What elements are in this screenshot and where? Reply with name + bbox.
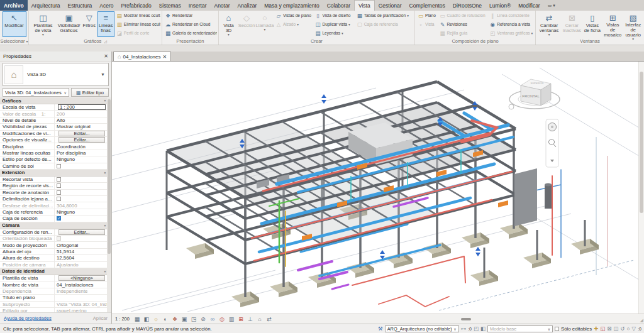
- dialog-launcher-icon[interactable]: ◿: [104, 39, 107, 43]
- worksharing-display-icon[interactable]: ⌂: [256, 316, 264, 322]
- scrollbar-thumb[interactable]: [640, 72, 643, 213]
- displacement-icon[interactable]: ⇄: [265, 316, 273, 322]
- section-header-datos-identidad[interactable]: Datos de identidad«: [0, 268, 107, 275]
- properties-help-link[interactable]: Ayuda de propiedades: [4, 315, 52, 321]
- view-tab-04-instalaciones[interactable]: ⌂ 04_Instalaciones ✕: [113, 52, 171, 61]
- press-drag-icon[interactable]: ◱: [600, 325, 605, 332]
- render-in-cloud-button[interactable]: ☁Renderizar en Cloud: [164, 20, 217, 28]
- view-3d-button[interactable]: ⌂ Vista 3D▾: [220, 11, 237, 37]
- render-dialog-icon[interactable]: ❖: [171, 316, 179, 322]
- navigation-bar[interactable]: [546, 119, 558, 167]
- modify-button[interactable]: ↖ Modificar: [3, 11, 26, 37]
- view-template-button[interactable]: <Ninguno>: [58, 275, 105, 281]
- annotation-crop-checkbox[interactable]: [57, 190, 61, 195]
- tile-views-button[interactable]: ⊞ Vistas de mosaico: [602, 11, 623, 37]
- scale-control[interactable]: 1 : 200: [115, 316, 130, 322]
- temporary-hide-isolate-icon[interactable]: ∞: [209, 316, 216, 322]
- shadows-icon[interactable]: ◐: [162, 316, 169, 322]
- target-elevation-value[interactable]: 12,5604: [57, 255, 74, 261]
- sun-path-checkbox[interactable]: [57, 164, 61, 168]
- select-pinned-icon[interactable]: ↺: [620, 325, 625, 332]
- design-options-icon[interactable]: ◰: [474, 325, 479, 332]
- model-3d-view[interactable]: FRONTAL SUPERIOR: [112, 62, 644, 314]
- section-box-checkbox[interactable]: [57, 216, 61, 221]
- editable-only-checkbox[interactable]: [555, 327, 559, 331]
- viewcube-front-label[interactable]: FRONTAL: [522, 94, 540, 98]
- visibility-graphics-button[interactable]: ▣ Visibilidad/ Gráficos: [57, 11, 81, 37]
- legends-button[interactable]: ▤Leyendas▾: [313, 29, 354, 37]
- tab-prefabricado[interactable]: Prefabricado: [117, 0, 155, 11]
- editable-elements-icon[interactable]: ⊶: [461, 325, 467, 332]
- discipline-value[interactable]: Coordinación: [57, 144, 86, 150]
- default-style-value[interactable]: Ninguno: [57, 156, 75, 162]
- reveal-hidden-elements-icon[interactable]: ◎: [218, 316, 226, 322]
- exclude-options-icon[interactable]: ✚: [594, 325, 598, 332]
- select-underlay-icon[interactable]: ◫: [613, 325, 618, 332]
- tab-arquitectura[interactable]: Arquitectura: [28, 0, 64, 11]
- section-header-camara[interactable]: Cámara«: [0, 222, 107, 229]
- crop-view-icon[interactable]: ▣: [180, 316, 188, 322]
- instance-selector[interactable]: Vista 3D: 04_Instalaciones ∨: [3, 88, 69, 97]
- temporary-view-properties-icon[interactable]: ▥: [228, 316, 235, 322]
- parts-visibility-value[interactable]: Mostrar original: [57, 124, 91, 129]
- scope-box-value[interactable]: Ninguno: [57, 209, 75, 215]
- far-clip-checkbox[interactable]: [57, 197, 61, 201]
- view-reference-button[interactable]: ◉Referencia a vista: [488, 20, 534, 28]
- plan-views-button[interactable]: ▱Vistas de plano▾: [274, 11, 313, 19]
- tab-gestionar[interactable]: Gestionar: [375, 0, 406, 11]
- canvas-vertical-scrollbar[interactable]: [638, 62, 644, 314]
- revisions-button[interactable]: ✎Revisiones: [438, 20, 487, 28]
- detail-level-icon[interactable]: ▦: [133, 316, 141, 322]
- thin-lines-button[interactable]: ≡ Líneas finas: [97, 11, 114, 37]
- tab-sistemas[interactable]: Sistemas: [155, 0, 185, 11]
- crop-region-visible-checkbox[interactable]: [57, 183, 61, 188]
- viewcube-top-label[interactable]: SUPERIOR: [531, 82, 544, 85]
- tab-acero[interactable]: Acero: [96, 0, 117, 11]
- horizontal-scrollbar-thumb[interactable]: [461, 318, 471, 320]
- workset-selector[interactable]: ARQ_Arquitectura (no editable)∨: [385, 325, 459, 332]
- tab-masa-y-emplazamiento[interactable]: Masa y emplazamiento: [260, 0, 323, 11]
- scale-value-input[interactable]: 1 : 200: [58, 104, 106, 110]
- properties-scrollbar[interactable]: [107, 97, 111, 312]
- section-header-graficos[interactable]: Gráficos«: [0, 97, 107, 104]
- show-crop-region-icon[interactable]: ◳: [190, 316, 197, 322]
- tab-estructura[interactable]: Estructura: [64, 0, 96, 11]
- tab-analizar[interactable]: Analizar: [234, 0, 261, 11]
- detail-level-value[interactable]: Alto: [57, 117, 65, 123]
- ribbon-display-toggle[interactable]: ▭▾: [544, 0, 559, 11]
- render-gallery-button[interactable]: ▦Galería de renderización: [164, 29, 217, 37]
- tab-anotar[interactable]: Anotar: [210, 0, 233, 11]
- hidden-lines-value[interactable]: Por disciplina: [57, 150, 86, 156]
- edit-visibility-button[interactable]: Editar...: [58, 131, 105, 136]
- render-button[interactable]: ❖Renderizar: [164, 11, 217, 19]
- tab-insertar[interactable]: Insertar: [185, 0, 211, 11]
- type-selector[interactable]: ⌂ Vista 3D ▼: [3, 63, 109, 86]
- chevron-down-icon[interactable]: ▼: [101, 72, 108, 77]
- hide-analytical-model-icon[interactable]: ⊞: [237, 316, 245, 322]
- render-settings-button[interactable]: Editar...: [58, 229, 105, 235]
- view-templates-button[interactable]: ◫ Plantillas de vista▾: [30, 11, 56, 37]
- user-interface-button[interactable]: ▧ Interfaz de usuario▾: [623, 11, 643, 37]
- crop-view-checkbox[interactable]: [57, 177, 61, 182]
- duplicate-view-button[interactable]: ◫Duplicar vista▾: [313, 20, 354, 28]
- sheet-button[interactable]: ▭Plano: [416, 11, 437, 19]
- tab-archivo[interactable]: Archivo: [0, 0, 28, 11]
- close-icon[interactable]: ✕: [104, 53, 108, 59]
- design-option-selector[interactable]: Modelo base∨: [487, 325, 553, 332]
- tab-dirootsone[interactable]: DiRootsOne: [449, 0, 486, 11]
- lock-view-icon[interactable]: ⊘: [199, 316, 207, 322]
- visual-style-icon[interactable]: ◧: [143, 316, 150, 322]
- worksets-icon[interactable]: ⚒: [378, 325, 383, 332]
- edit-display-options-button[interactable]: Editar...: [58, 137, 105, 143]
- tab-modificar[interactable]: Modificar: [514, 0, 543, 11]
- tab-complementos[interactable]: Complementos: [406, 0, 449, 11]
- show-hidden-lines-button[interactable]: ▤Mostrar líneas ocultas: [115, 11, 160, 19]
- viewcube[interactable]: FRONTAL SUPERIOR: [509, 79, 560, 109]
- edit-type-button[interactable]: ▦ Editar tipo: [71, 88, 109, 97]
- select-by-face-icon[interactable]: ○: [626, 325, 630, 332]
- drafting-view-button[interactable]: ▯Vista de diseño: [313, 11, 354, 19]
- constraints-icon[interactable]: ⊥: [247, 316, 254, 322]
- section-header-extension[interactable]: Extensión«: [0, 170, 107, 177]
- switch-windows-button[interactable]: ⇄ Cambiar ventanas▾: [537, 11, 561, 37]
- tab-views-button[interactable]: ▯ Vistas de ficha: [583, 11, 602, 37]
